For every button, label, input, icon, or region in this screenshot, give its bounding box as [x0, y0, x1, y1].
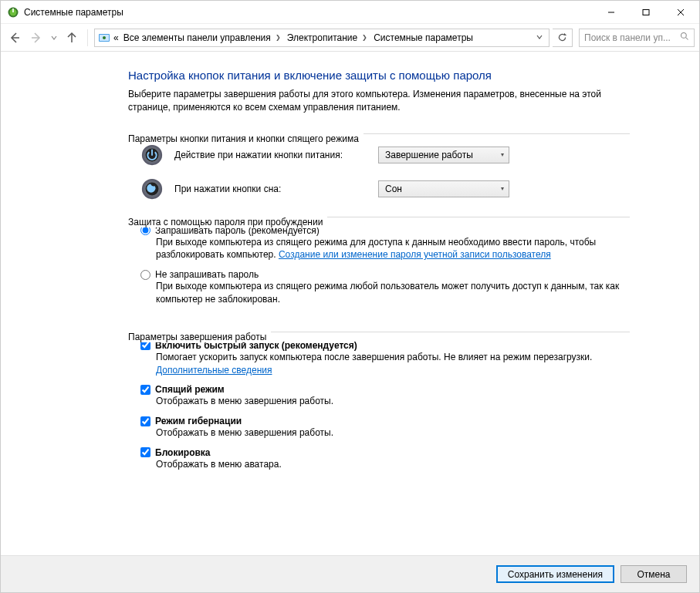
lock-checkbox[interactable]: [140, 447, 150, 457]
up-button[interactable]: [63, 29, 81, 47]
fast-startup-desc: Помогает ускорить запуск компьютера посл…: [156, 351, 630, 377]
chevron-right-icon[interactable]: ❯: [360, 34, 369, 41]
address-dropdown-button[interactable]: [533, 34, 546, 42]
chevron-right-icon[interactable]: ❯: [274, 34, 282, 41]
nav-bar: « Все элементы панели управления ❯ Элект…: [1, 24, 699, 52]
power-button-icon: [140, 143, 164, 167]
maximize-button[interactable]: [628, 1, 663, 23]
svg-point-12: [103, 36, 106, 39]
save-button[interactable]: Сохранить изменения: [496, 565, 614, 583]
nav-separator: [87, 29, 88, 46]
sleep-button-action-select[interactable]: Сон ▾: [378, 180, 509, 197]
page-heading: Настройка кнопок питания и включение защ…: [128, 69, 630, 82]
content-area: Настройка кнопок питания и включение защ…: [1, 52, 699, 555]
footer-bar: Сохранить изменения Отмена: [1, 555, 699, 592]
title-bar: Системные параметры: [1, 1, 699, 24]
refresh-button[interactable]: [553, 29, 573, 47]
group-shutdown-settings: Параметры завершения работы Включить быс…: [128, 326, 630, 471]
close-button[interactable]: [663, 1, 698, 23]
sleep-button-action-row: При нажатии кнопки сна: Сон ▾: [140, 177, 630, 200]
breadcrumb-prefix[interactable]: «: [113, 32, 119, 43]
group-power-buttons: Параметры кнопки питания и кнопки спящег…: [128, 128, 630, 200]
forward-button[interactable]: [27, 29, 46, 47]
window-title: Системные параметры: [24, 7, 123, 18]
group-legend: Параметры завершения работы: [128, 332, 271, 342]
breadcrumb-item[interactable]: Системные параметры: [372, 32, 475, 43]
control-panel-icon: [98, 32, 110, 44]
power-options-icon: [7, 6, 19, 19]
page-intro: Выберите параметры завершения работы для…: [128, 88, 630, 114]
no-password-desc: При выходе компьютера из спящего режима …: [156, 280, 630, 306]
svg-line-14: [686, 38, 688, 40]
sleep-button-icon: [140, 177, 164, 200]
require-password-option: Запрашивать пароль (рекомендуется) При в…: [140, 225, 630, 262]
recent-locations-button[interactable]: [49, 29, 59, 47]
hibernate-checkbox[interactable]: [140, 416, 150, 426]
lock-option: Блокировка Отображать в меню аватара.: [140, 447, 630, 471]
require-password-desc: При выходе компьютера из спящего режима …: [156, 236, 630, 262]
group-legend: Параметры кнопки питания и кнопки спящег…: [128, 133, 364, 144]
no-password-radio[interactable]: [140, 270, 150, 280]
sleep-desc: Отображать в меню завершения работы.: [156, 395, 630, 408]
sleep-button-action-label: При нажатии кнопки сна:: [174, 184, 367, 194]
search-placeholder: Поиск в панели уп...: [584, 32, 675, 43]
power-button-action-select[interactable]: Завершение работы ▾: [378, 147, 509, 163]
fast-startup-option: Включить быстрый запуск (рекомендуется) …: [140, 340, 630, 377]
search-box[interactable]: Поиск в панели уп...: [579, 29, 695, 47]
no-password-option: Не запрашивать пароль При выходе компьют…: [140, 269, 630, 306]
cancel-button[interactable]: Отмена: [621, 565, 687, 583]
group-wake-password: Защита с помощью пароля при пробуждении …: [128, 211, 630, 306]
svg-rect-4: [643, 9, 649, 15]
address-bar[interactable]: « Все элементы панели управления ❯ Элект…: [94, 29, 550, 47]
svg-point-13: [681, 33, 687, 39]
change-password-link[interactable]: Создание или изменение пароля учетной за…: [279, 249, 551, 260]
sleep-option: Спящий режим Отображать в меню завершени…: [140, 384, 630, 408]
search-icon: [680, 32, 689, 43]
svg-rect-2: [12, 8, 14, 12]
power-button-action-row: Действие при нажатии кнопки питания: Зав…: [140, 143, 630, 167]
breadcrumb-item[interactable]: Электропитание ❯: [286, 32, 369, 43]
learn-more-link[interactable]: Дополнительные сведения: [156, 365, 272, 376]
hibernate-option: Режим гибернации Отображать в меню завер…: [140, 416, 630, 440]
power-button-action-label: Действие при нажатии кнопки питания:: [174, 150, 367, 160]
chevron-down-icon: ▾: [501, 185, 504, 192]
back-button[interactable]: [5, 29, 24, 47]
chevron-down-icon: ▾: [501, 151, 504, 158]
group-legend: Защита с помощью пароля при пробуждении: [128, 217, 327, 227]
breadcrumb-item[interactable]: Все элементы панели управления ❯: [122, 32, 282, 43]
lock-desc: Отображать в меню аватара.: [156, 458, 630, 471]
sleep-checkbox[interactable]: [140, 385, 150, 395]
hibernate-desc: Отображать в меню завершения работы.: [156, 426, 630, 440]
minimize-button[interactable]: [593, 1, 628, 23]
